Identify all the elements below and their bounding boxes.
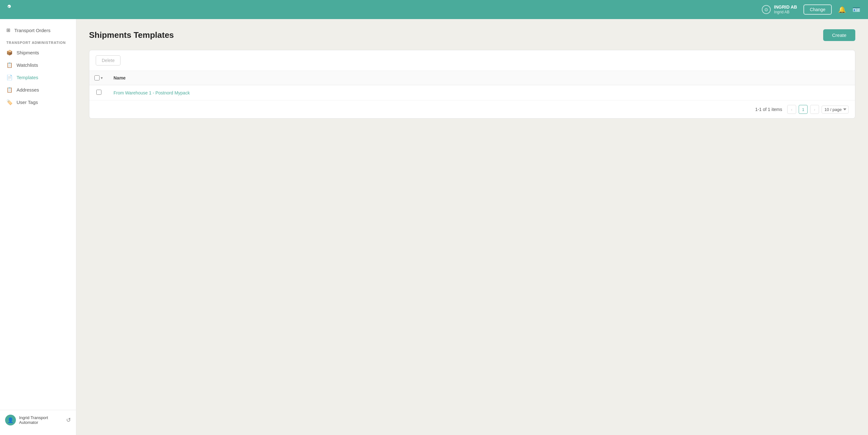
checkbox-column-header: ▾ [89, 71, 108, 85]
profile-icon[interactable]: 🪪 [852, 6, 860, 13]
logo-text: ingrid [8, 5, 11, 8]
main-content: Shipments Templates Create Delete ▾ [76, 19, 868, 435]
row-checkbox-cell [89, 85, 108, 100]
sidebar-section-label: TRANSPORT ADMINISTRATION [0, 36, 76, 46]
table-actions: Delete [89, 50, 855, 71]
pagination-info: 1-1 of 1 items [755, 107, 782, 112]
addresses-icon: 📋 [6, 87, 13, 93]
table-body: From Warehouse 1 - Postnord Mypack [89, 85, 855, 100]
template-name-cell: From Warehouse 1 - Postnord Mypack [108, 85, 855, 100]
next-page-button[interactable]: › [810, 105, 819, 114]
sidebar-item-watchlists[interactable]: 📋 Watchlists [0, 59, 76, 71]
templates-icon: 📄 [6, 74, 13, 81]
table-header-row: ▾ Name [89, 71, 855, 85]
page-title: Shipments Templates [89, 30, 174, 40]
sidebar: ⊞ Transport Orders TRANSPORT ADMINISTRAT… [0, 19, 76, 435]
user-name: Ingrid Transport Automator [19, 415, 63, 425]
transport-orders-label: Transport Orders [14, 28, 51, 33]
template-link[interactable]: From Warehouse 1 - Postnord Mypack [114, 90, 190, 95]
sidebar-item-user-tags-label: User Tags [17, 99, 38, 105]
topnav: ingrid ⊙ INGRID AB Ingrid AB Change 🔔 🪪 [0, 0, 868, 19]
logout-button[interactable]: ↺ [66, 416, 71, 424]
row-checkbox[interactable] [96, 90, 101, 95]
page-header: Shipments Templates Create [89, 29, 855, 41]
avatar-icon: 👤 [7, 417, 14, 423]
templates-table: ▾ Name From Warehouse 1 - Postnord Mypac… [89, 71, 855, 100]
org-info: ⊙ INGRID AB Ingrid AB [762, 4, 797, 14]
table-head: ▾ Name [89, 71, 855, 85]
org-sub: Ingrid AB [774, 10, 797, 14]
nav-right: ⊙ INGRID AB Ingrid AB Change 🔔 🪪 [762, 4, 860, 14]
sidebar-item-templates-label: Templates [17, 75, 38, 80]
watchlists-icon: 📋 [6, 62, 13, 68]
name-column-header: Name [108, 71, 855, 85]
compass-icon: ⊙ [762, 5, 771, 14]
org-name: INGRID AB [774, 4, 797, 10]
delete-button[interactable]: Delete [96, 55, 121, 65]
table-row: From Warehouse 1 - Postnord Mypack [89, 85, 855, 100]
sidebar-item-watchlists-label: Watchlists [17, 62, 38, 68]
sidebar-item-addresses[interactable]: 📋 Addresses [0, 84, 76, 96]
create-button[interactable]: Create [823, 29, 855, 41]
logo: ingrid [8, 4, 11, 14]
sidebar-item-addresses-label: Addresses [17, 87, 39, 93]
select-all-checkbox[interactable] [94, 75, 99, 81]
table-container: Delete ▾ Name [89, 50, 855, 119]
sidebar-item-shipments-label: Shipments [17, 50, 39, 55]
sidebar-bottom: 👤 Ingrid Transport Automator ↺ [0, 410, 76, 430]
sidebar-top: ⊞ Transport Orders TRANSPORT ADMINISTRAT… [0, 24, 76, 410]
per-page-select[interactable]: 10 / page 25 / page 50 / page [822, 105, 848, 114]
shipments-icon: 📦 [6, 50, 13, 56]
change-button[interactable]: Change [803, 4, 832, 14]
select-all-wrap: ▾ [94, 75, 103, 81]
sidebar-item-shipments[interactable]: 📦 Shipments [0, 46, 76, 59]
grid-icon: ⊞ [6, 27, 10, 33]
page-1-button[interactable]: 1 [799, 105, 808, 114]
layout: ⊞ Transport Orders TRANSPORT ADMINISTRAT… [0, 19, 868, 435]
notification-icon[interactable]: 🔔 [838, 6, 846, 13]
sidebar-item-user-tags[interactable]: 🏷️ User Tags [0, 96, 76, 108]
avatar: 👤 [5, 415, 16, 426]
org-details: INGRID AB Ingrid AB [774, 4, 797, 14]
prev-page-button[interactable]: ‹ [787, 105, 796, 114]
sidebar-item-templates[interactable]: 📄 Templates [0, 71, 76, 84]
pagination: 1-1 of 1 items ‹ 1 › 10 / page 25 / page… [89, 100, 855, 118]
user-tags-icon: 🏷️ [6, 99, 13, 105]
sidebar-item-transport-orders[interactable]: ⊞ Transport Orders [0, 24, 76, 36]
checkbox-dropdown-arrow[interactable]: ▾ [101, 76, 103, 80]
